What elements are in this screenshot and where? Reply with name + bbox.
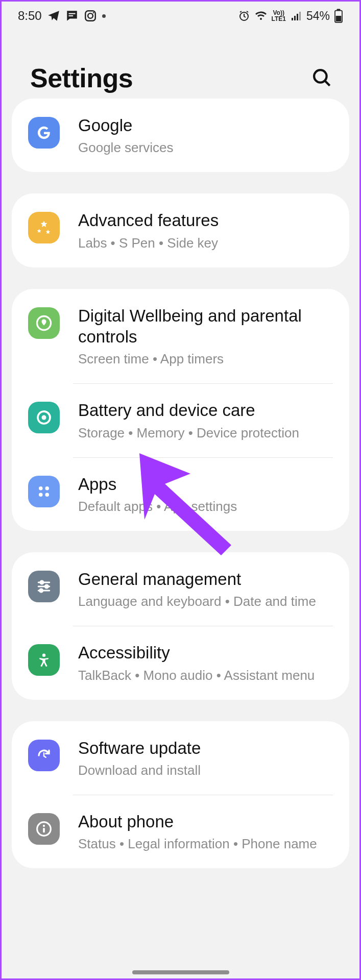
- volte-icon: Vo))LTE1: [272, 10, 286, 22]
- item-subtitle: Screen time • App timers: [78, 350, 335, 368]
- settings-item-apps[interactable]: Apps Default apps • App settings: [12, 457, 349, 531]
- item-subtitle: Storage • Memory • Device protection: [78, 424, 335, 442]
- item-subtitle: Labs • S Pen • Side key: [78, 234, 335, 252]
- svg-point-13: [314, 70, 327, 83]
- svg-point-23: [40, 581, 43, 584]
- alarm-icon: [238, 10, 250, 22]
- item-title: General management: [78, 569, 335, 590]
- svg-point-27: [40, 589, 43, 592]
- status-right: Vo))LTE1 54%: [238, 9, 344, 23]
- item-title: Accessibility: [78, 642, 335, 663]
- settings-item-google[interactable]: Google Google services: [12, 99, 349, 172]
- item-title: Apps: [78, 474, 335, 495]
- status-time: 8:50: [18, 9, 42, 23]
- item-subtitle: Language and keyboard • Date and time: [78, 593, 335, 610]
- svg-rect-0: [68, 13, 75, 14]
- svg-point-21: [45, 493, 50, 497]
- instagram-icon: [84, 9, 97, 22]
- battery-care-icon: [28, 402, 60, 433]
- svg-rect-6: [292, 18, 293, 20]
- settings-group-device: Digital Wellbeing and parental controls …: [12, 289, 349, 531]
- telegram-icon: [47, 9, 60, 22]
- apps-icon: [28, 476, 60, 507]
- more-notifications-icon: [102, 14, 106, 18]
- digital-wellbeing-icon: [28, 307, 60, 339]
- svg-point-25: [45, 585, 48, 588]
- signal-icon: [290, 10, 302, 22]
- svg-rect-31: [43, 828, 45, 832]
- settings-item-advanced-features[interactable]: Advanced features Labs • S Pen • Side ke…: [12, 193, 349, 267]
- svg-rect-7: [294, 16, 296, 20]
- item-subtitle: TalkBack • Mono audio • Assistant menu: [78, 667, 335, 684]
- item-title: Software update: [78, 738, 335, 758]
- svg-point-17: [42, 415, 46, 420]
- status-left: 8:50: [18, 9, 106, 23]
- svg-line-14: [325, 81, 330, 86]
- settings-item-digital-wellbeing[interactable]: Digital Wellbeing and parental controls …: [12, 289, 349, 384]
- item-title: Advanced features: [78, 210, 335, 231]
- svg-rect-12: [336, 16, 342, 21]
- svg-rect-9: [299, 12, 301, 20]
- status-bar: 8:50 Vo))LTE1 54%: [2, 2, 359, 27]
- settings-group-accounts: Google Google services: [12, 99, 349, 172]
- svg-rect-8: [297, 14, 298, 20]
- item-title: About phone: [78, 811, 335, 832]
- settings-group-general: General management Language and keyboard…: [12, 552, 349, 700]
- settings-item-accessibility[interactable]: Accessibility TalkBack • Mono audio • As…: [12, 626, 349, 699]
- settings-group-advanced: Advanced features Labs • S Pen • Side ke…: [12, 193, 349, 267]
- settings-list: Google Google services Advanced features…: [2, 99, 359, 868]
- svg-point-19: [45, 486, 50, 491]
- accessibility-icon: [28, 644, 60, 676]
- svg-point-4: [92, 12, 94, 14]
- item-title: Battery and device care: [78, 400, 335, 421]
- battery-percent: 54%: [306, 9, 330, 23]
- svg-rect-11: [337, 9, 341, 11]
- settings-item-software-update[interactable]: Software update Download and install: [12, 721, 349, 795]
- item-subtitle: Status • Legal information • Phone name: [78, 835, 335, 853]
- svg-point-3: [88, 13, 93, 18]
- google-icon: [28, 117, 60, 149]
- gesture-bar[interactable]: [132, 970, 229, 974]
- advanced-features-icon: [28, 212, 60, 243]
- about-phone-icon: [28, 813, 60, 845]
- search-icon: [311, 67, 332, 90]
- battery-icon: [334, 9, 343, 23]
- wifi-icon: [254, 10, 268, 22]
- svg-rect-1: [68, 15, 73, 16]
- svg-point-28: [42, 654, 45, 657]
- svg-point-18: [39, 486, 43, 491]
- item-subtitle: Download and install: [78, 762, 335, 779]
- svg-point-20: [39, 493, 43, 497]
- search-button[interactable]: [306, 63, 337, 93]
- item-subtitle: Google services: [78, 139, 335, 157]
- message-icon: [65, 9, 79, 22]
- general-management-icon: [28, 571, 60, 602]
- page-title: Settings: [30, 63, 133, 93]
- svg-point-30: [43, 825, 45, 827]
- item-title: Digital Wellbeing and parental controls: [78, 305, 335, 348]
- settings-item-about-phone[interactable]: About phone Status • Legal information •…: [12, 795, 349, 868]
- settings-item-battery-device-care[interactable]: Battery and device care Storage • Memory…: [12, 383, 349, 457]
- software-update-icon: [28, 740, 60, 771]
- item-title: Google: [78, 115, 335, 136]
- settings-item-general-management[interactable]: General management Language and keyboard…: [12, 552, 349, 626]
- item-subtitle: Default apps • App settings: [78, 498, 335, 516]
- settings-group-system: Software update Download and install Abo…: [12, 721, 349, 869]
